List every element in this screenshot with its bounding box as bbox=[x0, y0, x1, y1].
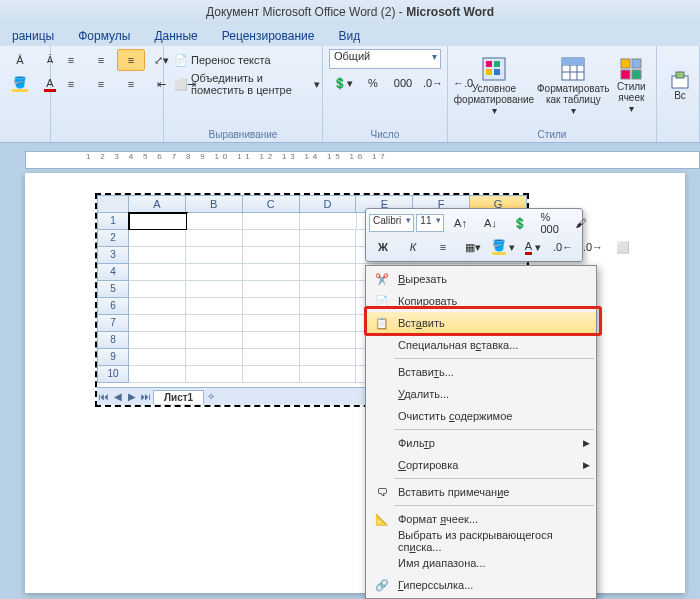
cell[interactable] bbox=[186, 349, 243, 366]
cell[interactable] bbox=[129, 281, 186, 298]
mini-brush[interactable]: 🖌 bbox=[566, 212, 594, 234]
sheet-nav-prev[interactable]: ◀ bbox=[111, 391, 125, 402]
cell[interactable] bbox=[300, 230, 357, 247]
cell[interactable] bbox=[186, 230, 243, 247]
cell-styles-button[interactable]: Стили ячеек ▾ bbox=[613, 49, 650, 121]
cell[interactable] bbox=[129, 315, 186, 332]
cell[interactable] bbox=[129, 298, 186, 315]
row-header[interactable]: 5 bbox=[97, 281, 129, 298]
row-header[interactable]: 7 bbox=[97, 315, 129, 332]
cell[interactable] bbox=[243, 332, 300, 349]
align-bottom-button[interactable]: ≡ bbox=[117, 49, 145, 71]
mini-borders[interactable]: ▦▾ bbox=[459, 236, 487, 258]
cell[interactable] bbox=[186, 298, 243, 315]
cell[interactable] bbox=[243, 281, 300, 298]
cell[interactable] bbox=[243, 264, 300, 281]
comma-button[interactable]: 000 bbox=[389, 72, 417, 94]
cell[interactable] bbox=[186, 332, 243, 349]
cell[interactable] bbox=[129, 349, 186, 366]
menu-item[interactable]: Очистить содержимое bbox=[366, 405, 596, 427]
cell[interactable] bbox=[186, 264, 243, 281]
mini-currency[interactable]: 💲 bbox=[506, 212, 534, 234]
menu-item[interactable]: Выбрать из раскрывающегося списка... bbox=[366, 530, 596, 552]
row-header[interactable]: 8 bbox=[97, 332, 129, 349]
mini-dec-decimal[interactable]: .0← bbox=[549, 236, 577, 258]
tab-pages[interactable]: раницы bbox=[6, 26, 60, 46]
sheet-nav-next[interactable]: ▶ bbox=[125, 391, 139, 402]
row-header[interactable]: 4 bbox=[97, 264, 129, 281]
align-center-button[interactable]: ≡ bbox=[87, 73, 115, 95]
cell[interactable] bbox=[129, 230, 186, 247]
cell[interactable] bbox=[129, 366, 186, 383]
menu-item[interactable]: Специальная вставка... bbox=[366, 334, 596, 356]
tab-review[interactable]: Рецензирование bbox=[216, 26, 321, 46]
cell[interactable] bbox=[186, 315, 243, 332]
cell[interactable] bbox=[243, 298, 300, 315]
wrap-text-button[interactable]: 📄Перенос текста bbox=[170, 49, 324, 71]
menu-item[interactable]: 📐Формат ячеек... bbox=[366, 508, 596, 530]
cell[interactable] bbox=[300, 332, 357, 349]
cell[interactable] bbox=[300, 366, 357, 383]
align-right-button[interactable]: ≡ bbox=[117, 73, 145, 95]
mini-bold[interactable]: Ж bbox=[369, 236, 397, 258]
sheet-nav-first[interactable]: ⏮ bbox=[97, 391, 111, 402]
row-header[interactable]: 1 bbox=[97, 213, 129, 230]
insert-big-button[interactable]: Вс bbox=[663, 49, 697, 121]
fill-color-button[interactable]: 🪣 bbox=[6, 73, 34, 95]
cell[interactable] bbox=[243, 230, 300, 247]
cell[interactable] bbox=[300, 349, 357, 366]
mini-merge[interactable]: ⬜ bbox=[609, 236, 637, 258]
cell[interactable] bbox=[129, 332, 186, 349]
tab-data[interactable]: Данные bbox=[148, 26, 203, 46]
menu-item[interactable]: Имя диапазона... bbox=[366, 552, 596, 574]
cell[interactable] bbox=[243, 213, 300, 230]
cell[interactable] bbox=[300, 247, 357, 264]
menu-item[interactable]: 📋Вставить bbox=[366, 312, 596, 334]
cell[interactable] bbox=[129, 264, 186, 281]
number-format-select[interactable]: Общий bbox=[329, 49, 441, 69]
align-middle-button[interactable]: ≡ bbox=[87, 49, 115, 71]
menu-item[interactable]: Сортировка▶ bbox=[366, 454, 596, 476]
mini-shrink-font[interactable]: A↓ bbox=[476, 212, 504, 234]
mini-italic[interactable]: К bbox=[399, 236, 427, 258]
cell[interactable] bbox=[243, 349, 300, 366]
mini-grow-font[interactable]: A↑ bbox=[446, 212, 474, 234]
align-left-button[interactable]: ≡ bbox=[57, 73, 85, 95]
cell[interactable] bbox=[243, 315, 300, 332]
cell[interactable] bbox=[186, 247, 243, 264]
row-header[interactable]: 9 bbox=[97, 349, 129, 366]
mini-align-center[interactable]: ≡ bbox=[429, 236, 457, 258]
row-header[interactable]: 2 bbox=[97, 230, 129, 247]
inc-decimal-button[interactable]: .0→ bbox=[419, 72, 447, 94]
cell[interactable] bbox=[186, 281, 243, 298]
row-header[interactable]: 10 bbox=[97, 366, 129, 383]
tab-formulas[interactable]: Формулы bbox=[72, 26, 136, 46]
cell[interactable] bbox=[129, 247, 186, 264]
currency-button[interactable]: 💲▾ bbox=[329, 72, 357, 94]
menu-item[interactable]: 🔗Гиперссылка... bbox=[366, 574, 596, 596]
cell[interactable] bbox=[300, 264, 357, 281]
tab-view[interactable]: Вид bbox=[332, 26, 366, 46]
select-all-corner[interactable] bbox=[97, 195, 129, 213]
cell[interactable] bbox=[300, 281, 357, 298]
mini-percent[interactable]: % 000 bbox=[536, 212, 564, 234]
cell[interactable] bbox=[300, 315, 357, 332]
cell[interactable] bbox=[243, 366, 300, 383]
col-header[interactable]: B bbox=[186, 195, 243, 213]
cell[interactable] bbox=[243, 247, 300, 264]
mini-font-color[interactable]: A▾ bbox=[519, 236, 547, 258]
cond-format-button[interactable]: Условное форматирование ▾ bbox=[454, 49, 534, 121]
col-header[interactable]: A bbox=[129, 195, 186, 213]
cell[interactable] bbox=[128, 212, 188, 231]
sheet-nav-last[interactable]: ⏭ bbox=[139, 391, 153, 402]
merge-center-button[interactable]: ⬜Объединить и поместить в центре ▾ bbox=[170, 73, 324, 95]
col-header[interactable]: D bbox=[300, 195, 357, 213]
cell[interactable] bbox=[300, 298, 357, 315]
cell[interactable] bbox=[186, 366, 243, 383]
menu-item[interactable]: Удалить... bbox=[366, 383, 596, 405]
menu-item[interactable]: Вставить... bbox=[366, 361, 596, 383]
cell[interactable] bbox=[187, 213, 244, 230]
row-header[interactable]: 6 bbox=[97, 298, 129, 315]
menu-item[interactable]: 🗨Вставить примечание bbox=[366, 481, 596, 503]
menu-item[interactable]: ✂️Вырезать bbox=[366, 268, 596, 290]
